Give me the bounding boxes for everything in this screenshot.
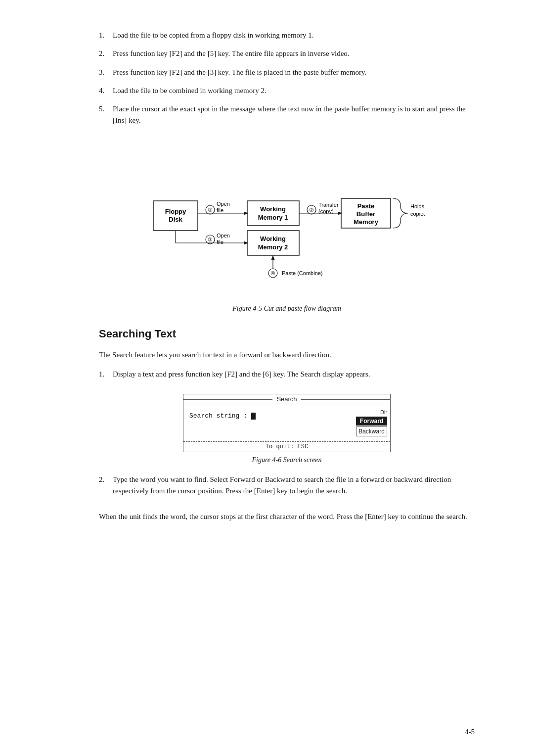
step-text: Press function key [F2] and the [3] key.… (113, 67, 475, 78)
step-number: 1. (99, 369, 113, 380)
step-number: 1. (99, 30, 113, 41)
search-steps-list: 1.Display a text and press function key … (99, 369, 475, 380)
flow-diagram: Floppy Disk ① Open file ③ Open file Work… (99, 142, 475, 300)
svg-rect-14 (247, 201, 299, 226)
search-string-label: Search string : (189, 412, 247, 420)
step-number: 3. (99, 67, 113, 78)
svg-text:Working: Working (260, 235, 286, 242)
diagram-caption: Figure 4-5 Cut and paste flow diagram (99, 305, 475, 313)
step-text: Load the file to be combined in working … (113, 85, 475, 96)
search-steps2-list: 2.Type the word you want to find. Select… (99, 474, 475, 497)
step-number: 2. (99, 48, 113, 59)
step-text: Place the cursor at the exact spot in th… (113, 103, 475, 127)
list-item: 1.Display a text and press function key … (99, 369, 475, 380)
step-number: 4. (99, 85, 113, 96)
svg-rect-28 (247, 231, 299, 255)
list-item: 3.Press function key [F2] and the [3] ke… (99, 67, 475, 78)
svg-text:Disk: Disk (169, 216, 182, 223)
quit-label: To quit: ESC (183, 441, 390, 452)
svg-text:Memory 2: Memory 2 (258, 243, 288, 251)
forward-button[interactable]: Forward (356, 417, 387, 425)
top-steps-list: 1.Load the file to be copied from a flop… (99, 30, 475, 127)
body-text-2: When the unit finds the word, the cursor… (99, 511, 475, 522)
svg-text:Working: Working (260, 205, 286, 213)
svg-text:file: file (217, 239, 223, 245)
svg-text:Holds cut or: Holds cut or (410, 203, 425, 209)
svg-text:Open: Open (217, 233, 230, 238)
step-text: Press function key [F2] and the [5] key.… (113, 48, 475, 59)
step-text: Load the file to be copied from a floppy… (113, 30, 475, 41)
svg-text:copied text: copied text (410, 211, 425, 217)
body-text-1: The Search feature lets you search for t… (99, 349, 475, 361)
svg-text:①: ① (208, 207, 213, 213)
page-number: 4-5 (465, 728, 475, 736)
svg-text:Paste: Paste (357, 202, 375, 210)
svg-text:Memory 1: Memory 1 (258, 214, 288, 221)
list-item: 1.Load the file to be copied from a flop… (99, 30, 475, 41)
svg-text:file: file (217, 207, 223, 213)
search-title: Search (183, 394, 390, 404)
dir-label: Dir (356, 409, 387, 415)
svg-text:④: ④ (270, 270, 275, 276)
svg-text:Memory: Memory (354, 218, 379, 226)
step-text: Display a text and press function key [F… (113, 369, 475, 380)
list-item: 5.Place the cursor at the exact spot in … (99, 103, 475, 127)
step-text: Type the word you want to find. Select F… (113, 474, 475, 497)
step-number: 5. (99, 103, 113, 127)
list-item: 4.Load the file to be combined in workin… (99, 85, 475, 96)
list-item: 2.Press function key [F2] and the [5] ke… (99, 48, 475, 59)
svg-text:Floppy: Floppy (165, 208, 186, 215)
backward-button[interactable]: Backward (356, 426, 387, 436)
list-item: 2.Type the word you want to find. Select… (99, 474, 475, 497)
svg-text:②: ② (309, 207, 314, 213)
svg-text:③: ③ (208, 236, 213, 242)
svg-text:Paste (Combine): Paste (Combine) (282, 270, 323, 276)
svg-text:Transfer: Transfer (318, 202, 339, 208)
step-number: 2. (99, 474, 113, 497)
search-caption: Figure 4-6 Search screen (99, 456, 475, 464)
search-input-line: Search string : (189, 412, 347, 420)
cursor-block (251, 413, 256, 420)
search-screen-diagram: Search Search string : Dir Forward Backw… (183, 394, 391, 452)
svg-text:Buffer: Buffer (356, 210, 375, 218)
section-heading: Searching Text (99, 328, 475, 340)
svg-text:Open: Open (217, 201, 230, 207)
